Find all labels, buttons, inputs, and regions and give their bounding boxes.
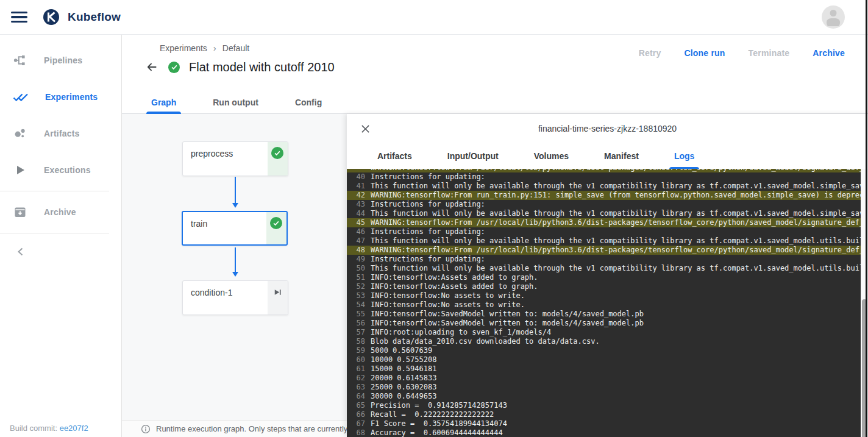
breadcrumb-separator-icon: › — [213, 43, 216, 53]
log-line-text: WARNING:tensorflow:From /usr/local/lib/p… — [371, 246, 868, 255]
log-lines: 40Instructions for updating: 41This func… — [347, 172, 868, 437]
graph-node-condition[interactable]: condition-1 — [182, 280, 288, 315]
log-line-number: 53 — [349, 291, 365, 300]
log-line-number: 63 — [349, 383, 365, 392]
node-label: preprocess — [191, 149, 233, 158]
node-status-strip — [268, 281, 288, 314]
sidebar-item-pipelines[interactable]: Pipelines — [0, 42, 121, 79]
log-line-text: This function will only be available thr… — [371, 264, 868, 273]
experiments-icon — [13, 90, 29, 104]
skip-next-icon — [272, 287, 283, 297]
log-line: 55INFO:tensorflow:SavedModel written to:… — [347, 310, 868, 319]
log-line-text: WARNING:tensorflow:From /usr/local/lib/p… — [371, 218, 868, 227]
tab-volumes[interactable]: Volumes — [529, 143, 574, 169]
build-commit-link[interactable]: ee207f2 — [60, 424, 88, 433]
kubeflow-app: Kubeflow Pipelines Experiments A — [0, 0, 868, 437]
panel-tabs: Artifacts Input/Output Volumes Manifest … — [347, 143, 868, 169]
window-edge — [866, 0, 867, 437]
terminate-button[interactable]: Terminate — [749, 48, 790, 58]
tab-manifest[interactable]: Manifest — [599, 143, 644, 169]
back-arrow-button[interactable] — [144, 60, 159, 74]
hamburger-menu-icon[interactable] — [11, 12, 27, 23]
brand-title: Kubeflow — [68, 10, 121, 24]
executions-icon — [13, 163, 27, 177]
sidebar-item-artifacts[interactable]: Artifacts — [0, 115, 121, 152]
log-line: 58Blob data/data_2010.csv downloaded to … — [347, 337, 868, 346]
tab-graph[interactable]: Graph — [146, 91, 181, 113]
log-line-number: 62 — [349, 374, 365, 383]
tab-config[interactable]: Config — [290, 91, 327, 113]
node-label: condition-1 — [191, 288, 233, 297]
clone-run-button[interactable]: Clone run — [684, 48, 725, 58]
tab-artifacts[interactable]: Artifacts — [372, 143, 417, 169]
sidebar-collapse-button[interactable] — [0, 236, 121, 268]
log-line-text: Instructions for updating: — [371, 227, 868, 236]
log-line-number: 45 — [349, 218, 365, 227]
log-line: 68Accuracy = 0.6006944444444444 — [347, 428, 868, 437]
graph-node-preprocess[interactable]: preprocess — [182, 141, 288, 176]
close-icon[interactable] — [358, 122, 372, 135]
workarea: preprocess train condition-1 — [122, 114, 868, 437]
log-viewer[interactable]: WARNING:tensorflow:From /usr/local/lib/p… — [347, 169, 868, 437]
sidebar-item-archive[interactable]: Archive — [0, 194, 121, 230]
build-commit: Build commit: ee207f2 — [10, 424, 88, 433]
log-line-text: Blob data/data_2010.csv downloaded to da… — [371, 337, 868, 346]
log-line-number: 40 — [349, 172, 365, 182]
sidebar-divider — [0, 191, 109, 191]
log-line-text: INFO:tensorflow:SavedModel written to: m… — [371, 310, 868, 319]
log-line-text: INFO:tensorflow:No assets to write. — [371, 291, 868, 300]
run-title: Flat model with cutoff 2010 — [189, 60, 335, 74]
log-line-text: WARNING:tensorflow:From run_train.py:151… — [371, 191, 868, 200]
sidebar-item-executions[interactable]: Executions — [0, 152, 121, 188]
user-avatar[interactable] — [822, 5, 845, 29]
log-line-text: Recall = 0.2222222222222222 — [371, 410, 868, 419]
archive-button[interactable]: Archive — [813, 48, 845, 58]
log-line-text: 20000 0.6145833 — [371, 374, 868, 383]
log-line-number: 64 — [349, 392, 365, 401]
main-content: Experiments › Default Flat model with cu… — [122, 35, 868, 437]
log-line-text: This function will only be available thr… — [371, 209, 868, 218]
log-line-number: 59 — [349, 346, 365, 355]
log-line: 56INFO:tensorflow:SavedModel written to:… — [347, 319, 868, 328]
log-line: 48WARNING:tensorflow:From /usr/local/lib… — [347, 246, 868, 255]
log-line: 40Instructions for updating: — [347, 172, 868, 182]
log-line-number: 54 — [349, 300, 365, 310]
tab-run-output[interactable]: Run output — [208, 91, 263, 113]
breadcrumb-default[interactable]: Default — [222, 43, 249, 53]
log-line-number: 46 — [349, 227, 365, 236]
log-line: 50This function will only be available t… — [347, 264, 868, 273]
log-line-number: 67 — [349, 419, 365, 428]
log-line-number: 61 — [349, 364, 365, 374]
log-line: 47This function will only be available t… — [347, 236, 868, 246]
log-line: 6115000 0.5946181 — [347, 364, 868, 374]
log-line-text: Instructions for updating: — [371, 255, 868, 264]
log-line: 6010000 0.5755208 — [347, 355, 868, 364]
log-line-text: 10000 0.5755208 — [371, 355, 868, 364]
run-actions: Retry Clone run Terminate Archive — [639, 48, 845, 58]
log-line: 6220000 0.6145833 — [347, 374, 868, 383]
log-line-number: 47 — [349, 236, 365, 246]
kubeflow-logo-icon[interactable] — [42, 8, 60, 26]
log-line-text: 5000 0.5607639 — [371, 346, 868, 355]
log-line-number: 42 — [349, 191, 365, 200]
graph-node-train-selected[interactable]: train — [182, 211, 288, 246]
artifacts-icon — [13, 126, 27, 141]
retry-button[interactable]: Retry — [639, 48, 661, 58]
log-line-text: Instructions for updating: — [371, 200, 868, 209]
sidebar-item-experiments[interactable]: Experiments — [0, 79, 121, 115]
tab-input-output[interactable]: Input/Output — [443, 143, 503, 169]
node-details-panel: financial-time-series-zjkzz-18810920 Art… — [347, 114, 868, 437]
edge-train-condition — [235, 247, 236, 275]
edge-preprocess-train — [235, 177, 236, 206]
node-success-status-icon — [271, 147, 283, 159]
log-line-text: INFO:tensorflow:Assets added to graph. — [371, 273, 868, 282]
log-line-number: 65 — [349, 401, 365, 410]
tab-logs[interactable]: Logs — [669, 143, 699, 169]
log-line: 6325000 0.6302083 — [347, 383, 868, 392]
breadcrumb-experiments[interactable]: Experiments — [160, 43, 207, 53]
log-line: 46Instructions for updating: — [347, 227, 868, 236]
log-line-text: 25000 0.6302083 — [371, 383, 868, 392]
log-line-number: 43 — [349, 200, 365, 209]
log-line-text: INFO:tensorflow:Assets added to graph. — [371, 282, 868, 291]
log-line: 42WARNING:tensorflow:From run_train.py:1… — [347, 191, 868, 200]
